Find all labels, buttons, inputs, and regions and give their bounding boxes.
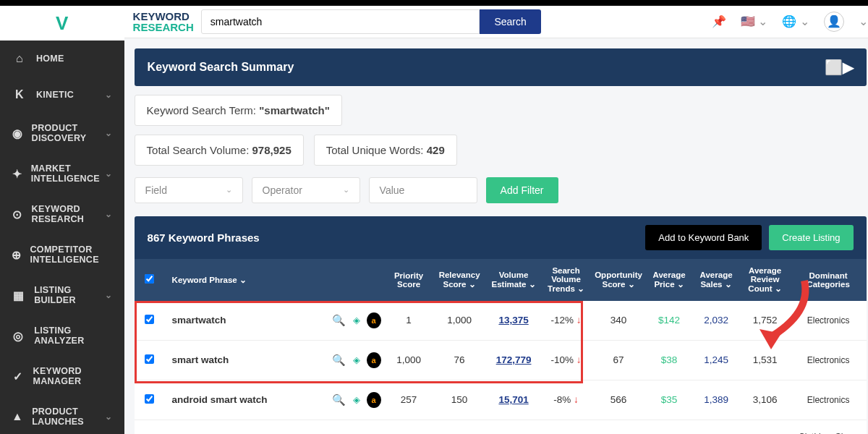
opportunity-cell: 340 — [592, 315, 646, 326]
sidebar-item-keyword-research[interactable]: ⊙KEYWORD RESEARCH⌄ — [0, 194, 124, 234]
chevron-down-icon: ⌄ — [105, 128, 112, 138]
search-button[interactable]: Search — [480, 9, 540, 34]
keyword-research-logo: KEYWORD RESEARCH — [133, 11, 194, 33]
highlight-annotation — [135, 301, 583, 383]
unique-words-box: Total Unique Words: 429 — [314, 135, 457, 166]
sidebar-item-listing-analyzer[interactable]: ◎LISTING ANALYZER — [0, 315, 124, 356]
filter-value-input[interactable]: Value — [369, 177, 477, 203]
nav-label: KINETIC — [36, 90, 74, 100]
col-search-volume-trends[interactable]: Search Volume Trends ⌄ — [541, 266, 592, 294]
column-headers: Keyword Phrase ⌄ Priority Score Relevanc… — [135, 259, 867, 301]
reviews-cell: 3,106 — [740, 394, 791, 405]
select-all-checkbox[interactable] — [145, 274, 154, 284]
reviews-cell: 1,752 — [740, 315, 791, 326]
locale-flag[interactable]: 🇺🇸 ⌄ — [741, 14, 767, 28]
nav-label: KEYWORD MANAGER — [33, 366, 113, 386]
app-logo: V — [0, 6, 124, 41]
nav-icon: ✓ — [12, 368, 25, 384]
col-opportunity-score[interactable]: Opportunity Score ⌄ — [592, 271, 646, 289]
nav-icon: ⊙ — [12, 206, 23, 222]
col-average-price[interactable]: Average Price ⌄ — [646, 271, 693, 289]
price-cell: $35 — [646, 394, 693, 405]
sidebar-item-keyword-manager[interactable]: ✓KEYWORD MANAGER — [0, 356, 124, 396]
categories-cell: Electronics — [791, 315, 867, 326]
chevron-down-icon: ⌄ — [105, 290, 112, 300]
sidebar-item-home[interactable]: ⌂HOME — [0, 41, 124, 77]
table-row: android smart watch 🔍 ◈ a 257 150 15,701… — [135, 380, 867, 420]
col-keyword-phrase[interactable]: Keyword Phrase ⌄ — [165, 275, 328, 285]
sales-cell: 2,032 — [693, 315, 740, 326]
sidebar-item-competitor-intelligence[interactable]: ⊕COMPETITOR INTELLIGENCE — [0, 234, 124, 275]
categories-cell: Electronics — [791, 355, 867, 365]
filter-operator-select[interactable]: Operator⌄ — [252, 177, 360, 203]
avatar[interactable]: 👤 — [824, 12, 844, 32]
phrase-cell: android smart watch — [165, 394, 328, 405]
sidebar-item-listing-builder[interactable]: ▦LISTING BUILDER⌄ — [0, 275, 124, 315]
nav-icon: ⌂ — [12, 51, 27, 67]
nav-icon: ⊕ — [12, 247, 22, 263]
sidebar-item-product-launches[interactable]: ▲PRODUCT LAUNCHES⌄ — [0, 396, 124, 434]
opportunity-cell: 566 — [592, 394, 646, 405]
sidebar: V ⌂HOMEKKINETIC⌄◉PRODUCT DISCOVERY⌄✦MARK… — [0, 6, 124, 434]
summary-header: Keyword Search Summary ⬜▶ — [135, 48, 867, 86]
col-average-sales[interactable]: Average Sales ⌄ — [693, 271, 740, 289]
nav-label: MARKET INTELLIGENCE — [31, 163, 106, 184]
reviews-cell: 1,531 — [740, 354, 791, 365]
nav-icon: K — [12, 87, 27, 103]
chevron-down-icon[interactable]: ⌄ — [859, 14, 868, 28]
pin-icon[interactable]: 📌 — [712, 14, 726, 28]
table-header-bar: 867 Keyword Phrases Add to Keyword Bank … — [135, 216, 867, 259]
filter-field-select[interactable]: Field⌄ — [135, 177, 243, 203]
topbar: KEYWORD RESEARCH Search 📌 🇺🇸 ⌄ 🌐 ⌄ 👤 ⌄ — [124, 6, 868, 38]
total-volume-box: Total Search Volume: 978,925 — [135, 135, 304, 166]
row-checkbox[interactable] — [145, 394, 154, 404]
nav-icon: ◉ — [12, 125, 23, 141]
sales-cell: 1,245 — [693, 354, 740, 365]
nav-icon: ◎ — [12, 328, 25, 344]
nav-label: COMPETITOR INTELLIGENCE — [30, 244, 113, 265]
categories-cell: Electronics — [791, 395, 867, 405]
price-cell: $142 — [646, 315, 693, 326]
chevron-down-icon: ⌄ — [105, 169, 112, 179]
opportunity-cell: 67 — [592, 354, 646, 365]
nav-label: KEYWORD RESEARCH — [32, 204, 106, 224]
search-input[interactable] — [201, 9, 480, 34]
diamond-icon[interactable]: ◈ — [349, 392, 364, 408]
sidebar-item-market-intelligence[interactable]: ✦MARKET INTELLIGENCE⌄ — [0, 153, 124, 194]
relevancy-cell: 150 — [433, 394, 487, 405]
categories-cell: Clothing, Sho... Electronics — [791, 432, 867, 434]
col-relevancy-score[interactable]: Relevancy Score ⌄ — [433, 271, 487, 289]
nav-label: HOME — [36, 54, 64, 64]
col-volume-estimate[interactable]: Volume Estimate ⌄ — [487, 271, 541, 289]
chevron-down-icon: ⌄ — [105, 209, 112, 219]
add-filter-button[interactable]: Add Filter — [486, 177, 558, 203]
globe-icon[interactable]: 🌐 ⌄ — [782, 14, 809, 28]
trend-cell: -8% ↓ — [541, 394, 592, 405]
sidebar-item-kinetic[interactable]: KKINETIC⌄ — [0, 77, 124, 113]
chevron-down-icon: ⌄ — [105, 412, 112, 422]
amazon-icon[interactable]: a — [367, 392, 381, 408]
sales-cell: 1,389 — [693, 394, 740, 405]
create-listing-button[interactable]: Create Listing — [769, 225, 853, 250]
nav-icon: ▦ — [12, 287, 25, 303]
chevron-down-icon: ⌄ — [105, 90, 112, 100]
col-average-review-count[interactable]: Average Review Count ⌄ — [740, 266, 791, 294]
volume-cell: 15,701 — [487, 394, 541, 405]
nav-icon: ✦ — [12, 166, 22, 182]
sidebar-item-product-discovery[interactable]: ◉PRODUCT DISCOVERY⌄ — [0, 113, 124, 153]
nav-label: PRODUCT DISCOVERY — [32, 123, 106, 143]
nav-icon: ▲ — [12, 409, 23, 425]
nav-label: LISTING ANALYZER — [34, 326, 112, 346]
col-priority-score[interactable]: Priority Score — [386, 271, 433, 289]
price-cell: $38 — [646, 354, 693, 365]
nav-label: PRODUCT LAUNCHES — [32, 407, 105, 427]
nav-label: LISTING BUILDER — [34, 285, 105, 305]
phrase-count: 867 Keyword Phrases — [148, 231, 260, 244]
priority-cell: 257 — [386, 394, 433, 405]
search-icon[interactable]: 🔍 — [332, 392, 346, 408]
table-row: watch 🔍 ◈ a 143 51 62,680 -1% ↓ 190 $19 … — [135, 420, 867, 434]
add-keyword-bank-button[interactable]: Add to Keyword Bank — [645, 225, 762, 250]
video-icon[interactable]: ⬜▶ — [825, 59, 854, 76]
col-dominant-categories[interactable]: Dominant Categories — [791, 271, 867, 289]
search-term-box: Keyword Search Term: "smartwatch" — [135, 95, 342, 126]
